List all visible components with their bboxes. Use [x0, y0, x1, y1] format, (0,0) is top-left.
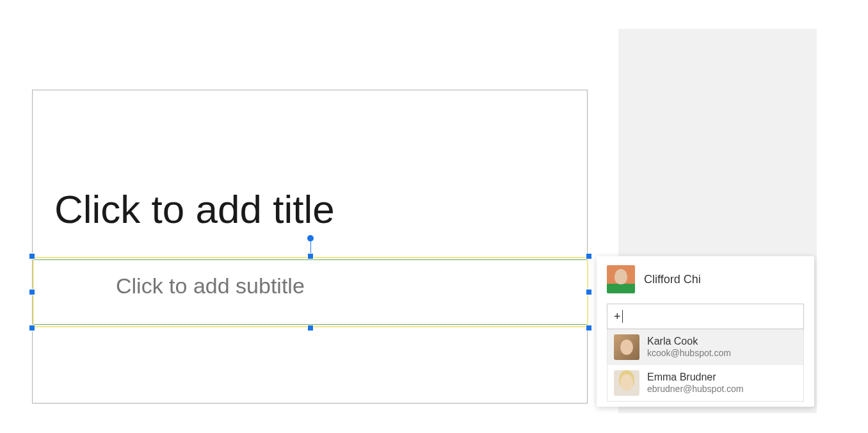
- suggestion-info: Emma Brudner ebrudner@hubspot.com: [647, 371, 743, 395]
- suggestion-email: ebrudner@hubspot.com: [647, 384, 743, 395]
- rotate-connector: [310, 241, 311, 254]
- comment-input[interactable]: +: [607, 304, 804, 329]
- comment-header: Clifford Chi: [597, 256, 814, 300]
- avatar: [614, 334, 639, 360]
- suggestion-info: Karla Cook kcook@hubspot.com: [647, 335, 731, 359]
- text-caret: [622, 310, 623, 323]
- resize-handle-bottom-middle[interactable]: [307, 325, 314, 331]
- mention-suggestion-item[interactable]: Karla Cook kcook@hubspot.com: [607, 329, 803, 365]
- resize-handle-top-right[interactable]: [586, 253, 592, 259]
- resize-handle-top-left[interactable]: [29, 253, 35, 259]
- resize-handle-middle-right[interactable]: [586, 289, 592, 295]
- suggestion-name: Karla Cook: [647, 335, 731, 348]
- resize-handle-middle-left[interactable]: [29, 289, 35, 295]
- resize-handle-bottom-left[interactable]: [29, 325, 35, 331]
- subtitle-textbox[interactable]: Click to add subtitle: [33, 257, 588, 327]
- mention-suggestion-list: Karla Cook kcook@hubspot.com Emma Brudne…: [607, 329, 804, 402]
- avatar: [607, 265, 635, 293]
- resize-handle-bottom-right[interactable]: [586, 325, 592, 331]
- avatar: [614, 370, 639, 396]
- subtitle-placeholder[interactable]: Click to add subtitle: [116, 274, 305, 298]
- comment-input-value: +: [614, 310, 621, 323]
- suggestion-email: kcook@hubspot.com: [647, 348, 731, 359]
- mention-suggestion-item[interactable]: Emma Brudner ebrudner@hubspot.com: [607, 365, 803, 401]
- rotate-handle[interactable]: [307, 235, 314, 241]
- title-placeholder[interactable]: Click to add title: [54, 186, 567, 232]
- suggestion-name: Emma Brudner: [647, 371, 743, 384]
- comment-author-name: Clifford Chi: [644, 273, 701, 286]
- slide-canvas[interactable]: Click to add title Click to add subtitle: [32, 90, 588, 404]
- comment-popup: Clifford Chi + Karla Cook kcook@hubspot.…: [597, 256, 814, 407]
- resize-handle-top-middle[interactable]: [307, 253, 314, 259]
